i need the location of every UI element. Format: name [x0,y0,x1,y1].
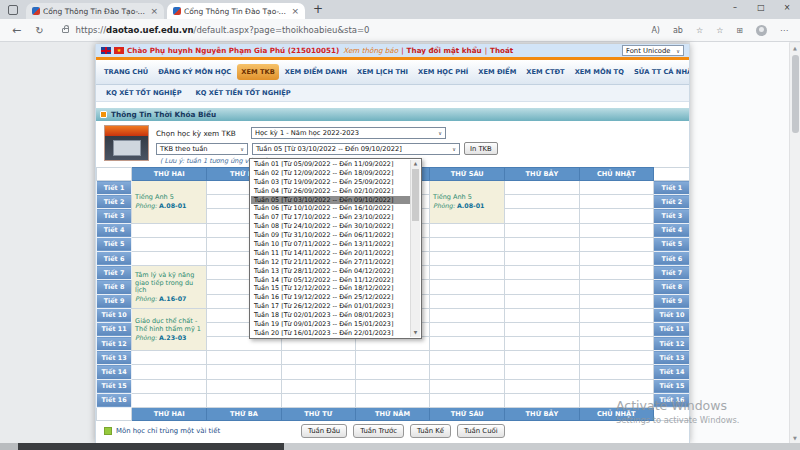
nav-item-xem-điểm-danh[interactable]: XEM ĐIỂM DANH [281,64,351,80]
week-option[interactable]: Tuần 08 [Từ 24/10/2022 -- Đến 30/10/2022… [251,222,410,231]
nav-item-đăng-ký-môn-học[interactable]: ĐĂNG KÝ MÔN HỌC [154,64,235,80]
period-label: Tiết 2 [97,195,132,209]
nav-item-xem-môn-tq[interactable]: XEM MÔN TQ [571,64,628,80]
translate-icon[interactable]: ab [673,26,683,35]
view-mode-select[interactable]: TKB theo tuần ∨ [156,143,248,155]
timetable-cell [505,195,579,209]
class-room: Phòng: A.08-01 [433,202,501,209]
collections-icon[interactable]: ⊞ [736,26,743,35]
profile-avatar[interactable] [756,25,767,36]
timetable-cell [505,181,579,195]
browser-tab-1[interactable]: Cổng Thông Tin Đào Tạo-Trườn × [26,3,164,19]
timetable-cell [132,237,207,251]
uk-flag-icon[interactable] [101,47,111,54]
week-option[interactable]: Tuần 05 [Từ 03/10/2022 -- Đến 09/10/2022… [251,196,410,205]
scroll-up-icon[interactable]: ▲ [411,160,420,168]
week-option[interactable]: Tuần 10 [Từ 07/11/2022 -- Đến 13/11/2022… [251,240,410,249]
scroll-down-icon[interactable]: ▼ [411,329,420,337]
button-tuần-kế[interactable]: Tuần Kế [410,424,451,438]
week-option[interactable]: Tuần 09 [Từ 31/10/2022 -- Đến 06/11/2022… [251,231,410,240]
minimize-button[interactable]: – [722,0,748,17]
tab-close-icon[interactable]: × [291,6,299,16]
week-option[interactable]: Tuần 17 [Từ 26/12/2022 -- Đến 01/01/2023… [251,302,410,311]
nav-item-xem-điểm[interactable]: XEM ĐIỂM [474,64,520,80]
class-subject: Giáo dục thể chất - Thể hình thẩm mỹ 1 [135,318,203,333]
nav-item-xem-học-phí[interactable]: XEM HỌC PHÍ [414,64,472,80]
scroll-down-icon[interactable]: ▼ [790,433,800,443]
new-tab-button[interactable]: + [313,2,323,16]
class-cell: Giáo dục thể chất - Thể hình thẩm mỹ 1Ph… [132,308,207,351]
view-notifications-link[interactable]: Xem thông báo [343,46,398,55]
tab-actions-icon[interactable] [8,5,18,15]
week-option[interactable]: Tuần 07 [Từ 17/10/2022 -- Đến 23/10/2022… [251,213,410,222]
read-aloud-icon[interactable]: A) [651,26,660,35]
timetable-cell [355,393,429,407]
address-bar[interactable]: https://daotao.uef.edu.vn/default.aspx?p… [76,25,370,35]
timetable-cell [430,393,505,407]
scrollbar-thumb[interactable] [412,169,419,221]
vn-flag-icon[interactable]: ★ [114,47,124,54]
period-label: Tiết 1 [97,181,132,195]
font-select[interactable]: Font Unicode ∨ [622,45,684,56]
week-option[interactable]: Tuần 03 [Từ 19/09/2022 -- Đến 25/09/2022… [251,178,410,187]
more-menu-icon[interactable]: ⋯ [780,26,788,35]
change-password-link[interactable]: Thay đổi mật khẩu [407,46,482,55]
week-option[interactable]: Tuần 01 [Từ 05/09/2022 -- Đến 11/09/2022… [251,160,410,169]
day-header: THỨ HAI [132,168,207,181]
semester-select[interactable]: Học kỳ 1 - Năm học 2022-2023 ∨ [251,127,446,139]
timetable-cell [505,280,579,294]
dropdown-scrollbar[interactable]: ▲ ▼ [410,160,420,337]
week-option[interactable]: Tuần 14 [Từ 05/12/2022 -- Đến 11/12/2022… [251,276,410,285]
week-option[interactable]: Tuần 16 [Từ 19/12/2022 -- Đến 25/12/2022… [251,293,410,302]
timetable-cell [207,351,281,365]
week-option[interactable]: Tuần 11 [Từ 14/11/2022 -- Đến 20/11/2022… [251,249,410,258]
week-option[interactable]: Tuần 13 [Từ 28/11/2022 -- Đến 04/12/2022… [251,267,410,276]
user-greeting: Chào Phụ huynh Nguyễn Phạm Gia Phú (2150… [127,46,339,55]
week-option[interactable]: Tuần 19 [Từ 09/01/2023 -- Đến 15/01/2023… [251,320,410,329]
class-subject: Tâm lý và kỹ năng giao tiếp trong du lịc… [135,272,203,295]
week-option[interactable]: Tuần 04 [Từ 26/09/2022 -- Đến 02/10/2022… [251,187,410,196]
week-option[interactable]: Tuần 18 [Từ 02/01/2023 -- Đến 08/01/2023… [251,311,410,320]
period-label: Tiết 8 [653,280,690,294]
button-tuần-cuối[interactable]: Tuần Cuối [457,424,505,438]
close-button[interactable]: × [774,0,800,17]
week-select[interactable]: Tuần 05 [Từ 03/10/2022 -- Đến 09/10/2022… [252,143,460,155]
week-option[interactable]: Tuần 02 [Từ 12/09/2022 -- Đến 18/09/2022… [251,169,410,178]
browser-tab-2-active[interactable]: Cổng Thông Tin Đào Tạo-Trườn × [167,3,305,19]
scroll-up-icon[interactable]: ▲ [790,43,800,53]
week-option[interactable]: Tuần 15 [Từ 12/12/2022 -- Đến 18/12/2022… [251,284,410,293]
button-tuần-đầu[interactable]: Tuần Đầu [301,424,347,438]
maximize-button[interactable]: □ [748,0,774,17]
browser-scrollbar[interactable]: ▲ ▼ [789,43,800,443]
scrollbar-thumb[interactable] [792,55,799,133]
corner-cell [97,408,132,421]
day-header: THỨ NĂM [355,408,429,421]
subnav-item-kq-xét-tốt-nghiệp[interactable]: KQ XÉT TỐT NGHIỆP [106,89,182,97]
refresh-icon[interactable]: ↻ [35,25,43,36]
nav-item-xem-ctđt[interactable]: XEM CTĐT [522,64,568,80]
nav-item-trang-chủ[interactable]: TRANG CHỦ [100,64,152,80]
period-label: Tiết 10 [97,308,132,322]
week-option[interactable]: Tuần 20 [Từ 16/01/2023 -- Đến 22/01/2023… [251,329,410,337]
week-option[interactable]: Tuần 06 [Từ 10/10/2022 -- Đến 16/10/2022… [251,204,410,213]
timetable-cell [430,322,505,336]
tab-close-icon[interactable]: × [150,6,158,16]
period-label: Tiết 4 [97,223,132,237]
favorites-icon[interactable]: ☆ [716,26,723,35]
subnav-item-kq-xét-tiền-tốt-nghiệp[interactable]: KQ XÉT TIỀN TỐT NGHIỆP [196,89,291,97]
logout-link[interactable]: Thoát [490,46,513,55]
add-favorite-icon[interactable]: ☆ [696,26,703,35]
back-icon[interactable]: ← [12,24,21,37]
nav-item-xem-tkb[interactable]: XEM TKB [237,64,279,80]
week-option[interactable]: Tuần 12 [Từ 21/11/2022 -- Đến 27/11/2022… [251,258,410,267]
timetable-cell [132,223,207,237]
timetable-footer: Môn học chỉ trùng một vài tiết Tuần ĐầuT… [96,421,689,441]
print-tkb-button[interactable]: In TKB [464,142,498,155]
nav-item-sửa-tt-cá-nhân[interactable]: SỬA TT CÁ NHÂN [630,64,690,80]
period-label: Tiết 9 [97,294,132,308]
timetable-cell [430,379,505,393]
button-tuần-trước[interactable]: Tuần Trước [353,424,404,438]
timetable-cell [132,365,207,379]
timetable-cell [579,393,653,407]
nav-item-xem-lịch-thi[interactable]: XEM LỊCH THI [353,64,412,80]
